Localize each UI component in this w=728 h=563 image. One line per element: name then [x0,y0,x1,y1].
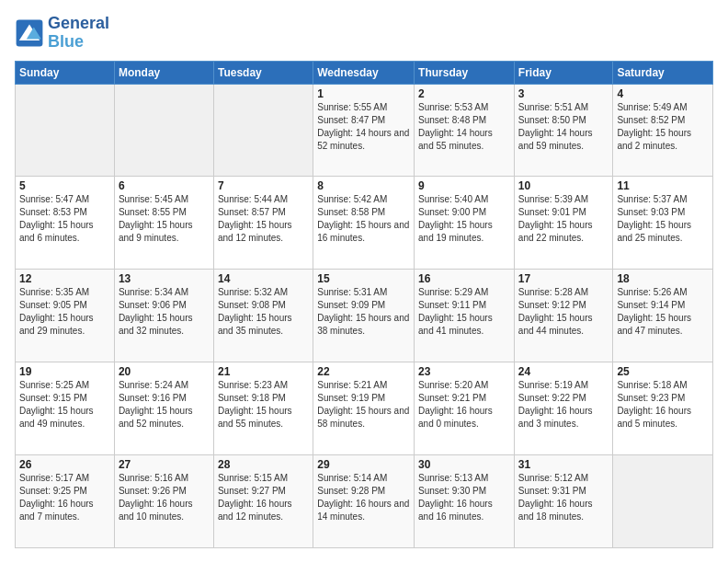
weekday-header-saturday: Saturday [613,61,713,84]
calendar-cell [114,84,213,177]
day-info: Sunrise: 5:44 AMSunset: 8:57 PMDaylight:… [218,193,309,245]
logo: General Blue [15,15,109,52]
calendar-cell: 3Sunrise: 5:51 AMSunset: 8:50 PMDaylight… [514,84,613,177]
day-number: 17 [518,272,609,285]
logo-icon [15,18,44,48]
day-info: Sunrise: 5:29 AMSunset: 9:11 PMDaylight:… [418,286,510,338]
calendar-cell: 13Sunrise: 5:34 AMSunset: 9:06 PMDayligh… [114,270,213,362]
calendar-cell: 2Sunrise: 5:53 AMSunset: 8:48 PMDaylight… [415,84,515,177]
day-number: 14 [218,272,309,285]
calendar-cell [213,84,313,177]
weekday-header-tuesday: Tuesday [213,61,313,84]
calendar-header-row: SundayMondayTuesdayWednesdayThursdayFrid… [16,61,713,84]
weekday-header-wednesday: Wednesday [313,61,415,84]
day-info: Sunrise: 5:53 AMSunset: 8:48 PMDaylight:… [418,101,510,153]
day-number: 19 [19,365,110,378]
calendar-cell: 25Sunrise: 5:18 AMSunset: 9:23 PMDayligh… [613,362,713,455]
day-number: 20 [119,365,210,378]
day-info: Sunrise: 5:21 AMSunset: 9:19 PMDaylight:… [317,379,410,431]
day-number: 15 [317,272,410,285]
day-info: Sunrise: 5:51 AMSunset: 8:50 PMDaylight:… [518,101,609,153]
day-number: 26 [19,458,110,471]
calendar-cell: 30Sunrise: 5:13 AMSunset: 9:30 PMDayligh… [415,455,515,548]
day-number: 13 [119,272,210,285]
logo-text: General Blue [48,15,109,52]
calendar-cell: 10Sunrise: 5:39 AMSunset: 9:01 PMDayligh… [514,177,613,270]
header: General Blue [15,15,713,52]
day-number: 1 [317,87,410,100]
calendar-cell: 29Sunrise: 5:14 AMSunset: 9:28 PMDayligh… [313,455,415,548]
day-number: 25 [617,365,709,378]
day-info: Sunrise: 5:20 AMSunset: 9:21 PMDaylight:… [418,379,510,431]
day-info: Sunrise: 5:28 AMSunset: 9:12 PMDaylight:… [518,286,609,338]
calendar-cell: 18Sunrise: 5:26 AMSunset: 9:14 PMDayligh… [613,270,713,362]
day-info: Sunrise: 5:14 AMSunset: 9:28 PMDaylight:… [317,472,410,523]
calendar-cell: 28Sunrise: 5:15 AMSunset: 9:27 PMDayligh… [213,455,313,548]
day-number: 24 [518,365,609,378]
day-number: 11 [617,179,709,192]
calendar-cell: 5Sunrise: 5:47 AMSunset: 8:53 PMDaylight… [16,177,115,270]
day-info: Sunrise: 5:24 AMSunset: 9:16 PMDaylight:… [119,379,210,431]
day-info: Sunrise: 5:26 AMSunset: 9:14 PMDaylight:… [617,286,709,338]
day-number: 27 [119,458,210,471]
day-info: Sunrise: 5:31 AMSunset: 9:09 PMDaylight:… [317,286,410,338]
day-number: 21 [218,365,309,378]
calendar-cell: 1Sunrise: 5:55 AMSunset: 8:47 PMDaylight… [313,84,415,177]
weekday-header-thursday: Thursday [415,61,515,84]
calendar-cell: 9Sunrise: 5:40 AMSunset: 9:00 PMDaylight… [415,177,515,270]
page: General Blue SundayMondayTuesdayWednesda… [0,0,728,563]
day-info: Sunrise: 5:13 AMSunset: 9:30 PMDaylight:… [418,472,510,523]
weekday-header-friday: Friday [514,61,613,84]
calendar-cell: 16Sunrise: 5:29 AMSunset: 9:11 PMDayligh… [415,270,515,362]
calendar-cell: 24Sunrise: 5:19 AMSunset: 9:22 PMDayligh… [514,362,613,455]
calendar-cell: 26Sunrise: 5:17 AMSunset: 9:25 PMDayligh… [16,455,115,548]
calendar-cell: 31Sunrise: 5:12 AMSunset: 9:31 PMDayligh… [514,455,613,548]
day-number: 31 [518,458,609,471]
calendar-cell: 4Sunrise: 5:49 AMSunset: 8:52 PMDaylight… [613,84,713,177]
calendar-table: SundayMondayTuesdayWednesdayThursdayFrid… [15,61,713,548]
calendar-cell: 8Sunrise: 5:42 AMSunset: 8:58 PMDaylight… [313,177,415,270]
day-info: Sunrise: 5:39 AMSunset: 9:01 PMDaylight:… [518,193,609,245]
calendar-cell: 21Sunrise: 5:23 AMSunset: 9:18 PMDayligh… [213,362,313,455]
day-number: 28 [218,458,309,471]
day-info: Sunrise: 5:18 AMSunset: 9:23 PMDaylight:… [617,379,709,431]
day-info: Sunrise: 5:25 AMSunset: 9:15 PMDaylight:… [19,379,110,431]
calendar-week-3: 12Sunrise: 5:35 AMSunset: 9:05 PMDayligh… [16,270,713,362]
calendar-week-2: 5Sunrise: 5:47 AMSunset: 8:53 PMDaylight… [16,177,713,270]
day-number: 30 [418,458,510,471]
day-number: 16 [418,272,510,285]
calendar-cell: 15Sunrise: 5:31 AMSunset: 9:09 PMDayligh… [313,270,415,362]
calendar-cell: 20Sunrise: 5:24 AMSunset: 9:16 PMDayligh… [114,362,213,455]
calendar-cell: 14Sunrise: 5:32 AMSunset: 9:08 PMDayligh… [213,270,313,362]
day-info: Sunrise: 5:17 AMSunset: 9:25 PMDaylight:… [19,472,110,523]
calendar-cell: 23Sunrise: 5:20 AMSunset: 9:21 PMDayligh… [415,362,515,455]
calendar-cell: 6Sunrise: 5:45 AMSunset: 8:55 PMDaylight… [114,177,213,270]
day-info: Sunrise: 5:23 AMSunset: 9:18 PMDaylight:… [218,379,309,431]
day-number: 29 [317,458,410,471]
day-info: Sunrise: 5:16 AMSunset: 9:26 PMDaylight:… [119,472,210,523]
calendar-body: 1Sunrise: 5:55 AMSunset: 8:47 PMDaylight… [16,84,713,547]
day-info: Sunrise: 5:42 AMSunset: 8:58 PMDaylight:… [317,193,410,245]
day-info: Sunrise: 5:37 AMSunset: 9:03 PMDaylight:… [617,193,709,245]
day-info: Sunrise: 5:45 AMSunset: 8:55 PMDaylight:… [119,193,210,245]
day-info: Sunrise: 5:19 AMSunset: 9:22 PMDaylight:… [518,379,609,431]
day-info: Sunrise: 5:40 AMSunset: 9:00 PMDaylight:… [418,193,510,245]
calendar-cell: 22Sunrise: 5:21 AMSunset: 9:19 PMDayligh… [313,362,415,455]
calendar-cell: 12Sunrise: 5:35 AMSunset: 9:05 PMDayligh… [16,270,115,362]
day-info: Sunrise: 5:32 AMSunset: 9:08 PMDaylight:… [218,286,309,338]
day-number: 2 [418,87,510,100]
day-number: 10 [518,179,609,192]
day-number: 7 [218,179,309,192]
calendar-week-1: 1Sunrise: 5:55 AMSunset: 8:47 PMDaylight… [16,84,713,177]
day-number: 6 [119,179,210,192]
day-info: Sunrise: 5:12 AMSunset: 9:31 PMDaylight:… [518,472,609,523]
calendar-cell [16,84,115,177]
weekday-header-sunday: Sunday [16,61,115,84]
calendar-cell: 27Sunrise: 5:16 AMSunset: 9:26 PMDayligh… [114,455,213,548]
day-number: 23 [418,365,510,378]
calendar-week-4: 19Sunrise: 5:25 AMSunset: 9:15 PMDayligh… [16,362,713,455]
day-number: 3 [518,87,609,100]
day-info: Sunrise: 5:35 AMSunset: 9:05 PMDaylight:… [19,286,110,338]
calendar-cell: 7Sunrise: 5:44 AMSunset: 8:57 PMDaylight… [213,177,313,270]
calendar-cell: 19Sunrise: 5:25 AMSunset: 9:15 PMDayligh… [16,362,115,455]
